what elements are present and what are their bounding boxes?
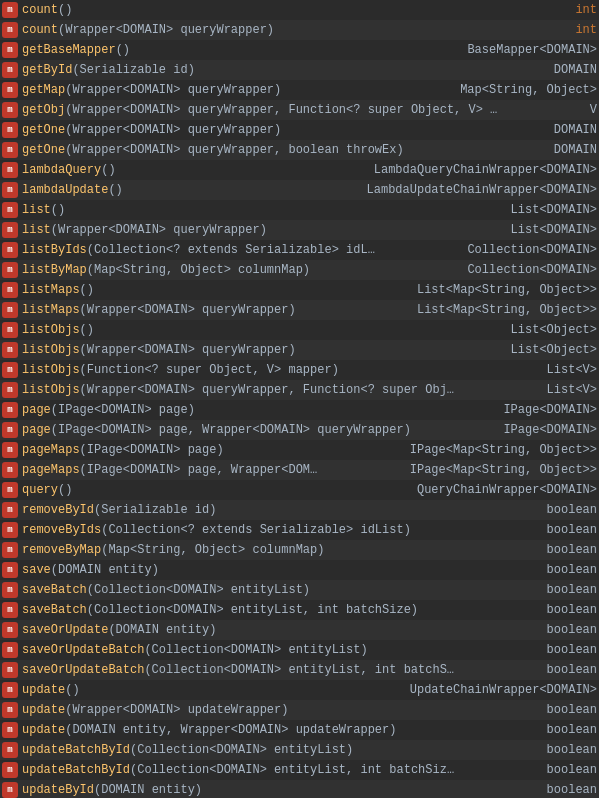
return-type: int [517, 23, 597, 37]
return-type: boolean [517, 743, 597, 757]
m-icon: m [2, 742, 18, 758]
m-icon: m [2, 402, 18, 418]
return-type: Collection<DOMAIN> [463, 243, 597, 257]
method-name: list [22, 223, 51, 237]
list-item[interactable]: mgetOne(Wrapper<DOMAIN> queryWrapper, bo… [0, 140, 599, 160]
method-params: (Collection<DOMAIN> entityList) [130, 743, 353, 757]
list-item[interactable]: mlistByMap(Map<String, Object> columnMap… [0, 260, 599, 280]
list-item[interactable]: mlist()List<DOMAIN> [0, 200, 599, 220]
list-item[interactable]: mgetOne(Wrapper<DOMAIN> queryWrapper)DOM… [0, 120, 599, 140]
method-name: getObj [22, 103, 65, 117]
return-type: DOMAIN [517, 143, 597, 157]
list-item[interactable]: mlistObjs(Function<? super Object, V> ma… [0, 360, 599, 380]
m-icon: m [2, 342, 18, 358]
list-item[interactable]: mupdate()UpdateChainWrapper<DOMAIN> [0, 680, 599, 700]
method-params: () [58, 3, 72, 17]
method-params: (Wrapper<DOMAIN> queryWrapper) [51, 223, 267, 237]
list-item[interactable]: mquery()QueryChainWrapper<DOMAIN> [0, 480, 599, 500]
list-item[interactable]: msaveBatch(Collection<DOMAIN> entityList… [0, 580, 599, 600]
m-icon: m [2, 182, 18, 198]
method-name: listObjs [22, 343, 80, 357]
method-name: count [22, 3, 58, 17]
list-item[interactable]: mpage(IPage<DOMAIN> page)IPage<DOMAIN> [0, 400, 599, 420]
list-item[interactable]: mgetMap(Wrapper<DOMAIN> queryWrapper)Map… [0, 80, 599, 100]
method-signature: listObjs(Wrapper<DOMAIN> queryWrapper) [22, 343, 507, 357]
method-signature: saveOrUpdateBatch(Collection<DOMAIN> ent… [22, 643, 517, 657]
return-type: boolean [517, 723, 597, 737]
list-item[interactable]: mlistMaps()List<Map<String, Object>> [0, 280, 599, 300]
list-item[interactable]: mpage(IPage<DOMAIN> page, Wrapper<DOMAIN… [0, 420, 599, 440]
method-name: list [22, 203, 51, 217]
return-type: boolean [517, 603, 597, 617]
m-icon: m [2, 662, 18, 678]
list-item[interactable]: mremoveByMap(Map<String, Object> columnM… [0, 540, 599, 560]
method-name: saveBatch [22, 603, 87, 617]
return-type: BaseMapper<DOMAIN> [463, 43, 597, 57]
method-name: listObjs [22, 383, 80, 397]
list-item[interactable]: mlistByIds(Collection<? extends Serializ… [0, 240, 599, 260]
list-item[interactable]: mlambdaUpdate()LambdaUpdateChainWrapper<… [0, 180, 599, 200]
return-type: IPage<Map<String, Object>> [406, 443, 597, 457]
list-item[interactable]: msaveBatch(Collection<DOMAIN> entityList… [0, 600, 599, 620]
list-item[interactable]: mupdateById(DOMAIN entity)boolean [0, 780, 599, 798]
method-params: () [80, 323, 94, 337]
method-signature: saveBatch(Collection<DOMAIN> entityList) [22, 583, 517, 597]
method-params: (DOMAIN entity) [94, 783, 202, 797]
method-signature: pageMaps(IPage<DOMAIN> page, Wrapper<DOM… [22, 463, 406, 477]
return-type: QueryChainWrapper<DOMAIN> [413, 483, 597, 497]
method-signature: update(Wrapper<DOMAIN> updateWrapper) [22, 703, 517, 717]
list-item[interactable]: mlist(Wrapper<DOMAIN> queryWrapper)List<… [0, 220, 599, 240]
return-type: IPage<Map<String, Object>> [406, 463, 597, 477]
return-type: DOMAIN [517, 123, 597, 137]
return-type: List<V> [517, 383, 597, 397]
list-item[interactable]: msaveOrUpdate(DOMAIN entity)boolean [0, 620, 599, 640]
method-name: pageMaps [22, 463, 80, 477]
list-item[interactable]: mgetObj(Wrapper<DOMAIN> queryWrapper, Fu… [0, 100, 599, 120]
method-name: updateBatchById [22, 763, 130, 777]
return-type: UpdateChainWrapper<DOMAIN> [406, 683, 597, 697]
list-item[interactable]: mlambdaQuery()LambdaQueryChainWrapper<DO… [0, 160, 599, 180]
list-item[interactable]: mlistObjs()List<Object> [0, 320, 599, 340]
method-name: saveOrUpdateBatch [22, 643, 144, 657]
method-name: page [22, 423, 51, 437]
return-type: List<Map<String, Object>> [413, 283, 597, 297]
list-item[interactable]: mgetBaseMapper()BaseMapper<DOMAIN> [0, 40, 599, 60]
list-item[interactable]: mpageMaps(IPage<DOMAIN> page, Wrapper<DO… [0, 460, 599, 480]
list-item[interactable]: mremoveById(Serializable id)boolean [0, 500, 599, 520]
m-icon: m [2, 222, 18, 238]
list-item[interactable]: mlistObjs(Wrapper<DOMAIN> queryWrapper, … [0, 380, 599, 400]
method-params: (DOMAIN entity, Wrapper<DOMAIN> updateWr… [65, 723, 396, 737]
method-params: () [65, 683, 79, 697]
list-item[interactable]: mpageMaps(IPage<DOMAIN> page)IPage<Map<S… [0, 440, 599, 460]
return-type: Map<String, Object> [456, 83, 597, 97]
list-item[interactable]: mlistMaps(Wrapper<DOMAIN> queryWrapper)L… [0, 300, 599, 320]
m-icon: m [2, 642, 18, 658]
return-type: int [517, 3, 597, 17]
method-name: lambdaUpdate [22, 183, 108, 197]
list-item[interactable]: mcount()int [0, 0, 599, 20]
list-item[interactable]: msaveOrUpdateBatch(Collection<DOMAIN> en… [0, 660, 599, 680]
return-type: boolean [517, 763, 597, 777]
method-name: page [22, 403, 51, 417]
list-item[interactable]: mlistObjs(Wrapper<DOMAIN> queryWrapper)L… [0, 340, 599, 360]
list-item[interactable]: mupdate(Wrapper<DOMAIN> updateWrapper)bo… [0, 700, 599, 720]
method-name: saveBatch [22, 583, 87, 597]
list-item[interactable]: mcount(Wrapper<DOMAIN> queryWrapper)int [0, 20, 599, 40]
method-params: (Collection<DOMAIN> entityList) [87, 583, 310, 597]
method-signature: updateBatchById(Collection<DOMAIN> entit… [22, 763, 517, 777]
m-icon: m [2, 702, 18, 718]
method-signature: removeById(Serializable id) [22, 503, 517, 517]
list-item[interactable]: msaveOrUpdateBatch(Collection<DOMAIN> en… [0, 640, 599, 660]
list-item[interactable]: mupdateBatchById(Collection<DOMAIN> enti… [0, 740, 599, 760]
method-signature: getBaseMapper() [22, 43, 463, 57]
method-name: update [22, 723, 65, 737]
list-item[interactable]: mupdateBatchById(Collection<DOMAIN> enti… [0, 760, 599, 780]
list-item[interactable]: mremoveByIds(Collection<? extends Serial… [0, 520, 599, 540]
m-icon: m [2, 142, 18, 158]
list-item[interactable]: mgetById(Serializable id)DOMAIN [0, 60, 599, 80]
list-item[interactable]: mupdate(DOMAIN entity, Wrapper<DOMAIN> u… [0, 720, 599, 740]
method-params: (Wrapper<DOMAIN> queryWrapper) [58, 23, 274, 37]
method-params: (IPage<DOMAIN> page) [51, 403, 195, 417]
list-item[interactable]: msave(DOMAIN entity)boolean [0, 560, 599, 580]
method-signature: listObjs(Wrapper<DOMAIN> queryWrapper, F… [22, 383, 517, 397]
